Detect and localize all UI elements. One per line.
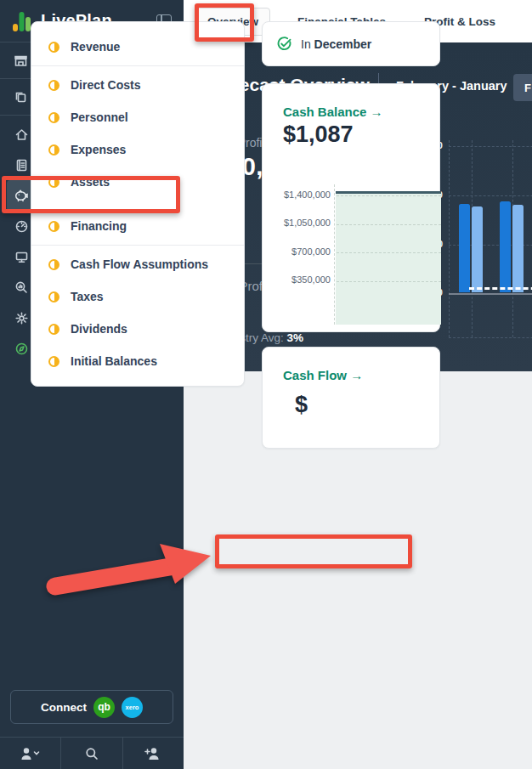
gridline (337, 281, 441, 282)
half-circle-icon (48, 80, 59, 91)
cash-balance-title[interactable]: Cash Balance → (283, 105, 383, 119)
quickbooks-icon: qb (93, 697, 115, 718)
home-icon (14, 127, 29, 142)
gauge-icon (14, 218, 29, 234)
category-label: Revenue (71, 40, 120, 54)
cash-balance-card[interactable]: Cash Balance → $1,087 $1,400,000 $1,050,… (262, 83, 440, 332)
category-list: RevenueDirect CostsPersonnelExpensesAsse… (31, 31, 244, 377)
divider (31, 65, 244, 66)
category-label: Assets (71, 175, 110, 189)
add-user-icon (144, 747, 162, 761)
forecast-categories-card: RevenueDirect CostsPersonnelExpensesAsse… (31, 21, 245, 387)
half-circle-icon (48, 221, 59, 232)
y-axis-tick: $350,000 (263, 274, 331, 285)
bar-series-dark-blue (500, 201, 511, 292)
dashed-reference-line (469, 287, 532, 290)
y-axis-tick: $1,400,000 (263, 189, 331, 200)
category-item-direct-costs[interactable]: Direct Costs (31, 69, 244, 101)
category-label: Financing (71, 219, 127, 233)
search-button[interactable] (61, 738, 122, 769)
half-circle-icon (48, 144, 59, 155)
net-profit-bar-chart (449, 140, 532, 338)
bar-series-light-blue (512, 205, 524, 292)
gridline (449, 140, 450, 337)
category-label: Expenses (71, 143, 126, 156)
half-circle-icon (48, 42, 59, 53)
fiscal-year-dropdown[interactable]: F (513, 74, 532, 101)
category-item-revenue[interactable]: Revenue (31, 31, 244, 63)
half-circle-icon (48, 291, 59, 303)
cash-flow-value: $ (295, 392, 308, 418)
magnifier-chart-icon (14, 280, 29, 295)
cash-flow-card[interactable]: Cash Flow → $ (262, 347, 440, 449)
sidebar-bottom-bar (0, 737, 184, 769)
category-item-expenses[interactable]: Expenses (31, 133, 244, 166)
industry-avg-value: 3% (287, 331, 304, 344)
gridline (449, 195, 532, 196)
category-label: Initial Balances (71, 354, 157, 368)
cash-balance-value: $1,087 (283, 122, 354, 148)
check-circle-icon (276, 36, 292, 52)
notebook-icon (14, 157, 29, 172)
category-item-assets[interactable]: Assets (31, 166, 244, 198)
half-circle-icon (48, 177, 59, 188)
category-label: Cash Flow Assumptions (71, 257, 208, 271)
compass-icon (14, 341, 29, 356)
gridline (337, 224, 441, 225)
category-label: Direct Costs (71, 78, 140, 92)
y-axis-tick: $1,050,000 (263, 218, 331, 228)
account-menu-button[interactable] (0, 738, 61, 769)
category-item-initial-balances[interactable]: Initial Balances (31, 345, 244, 377)
category-item-personnel[interactable]: Personnel (31, 101, 244, 133)
category-item-dividends[interactable]: Dividends (31, 313, 244, 345)
gridline (337, 195, 441, 196)
cash-flow-title[interactable]: Cash Flow → (283, 368, 363, 382)
half-circle-icon (48, 259, 59, 270)
gridline (337, 252, 441, 253)
storefront-icon (14, 54, 28, 68)
category-item-financing[interactable]: Financing (31, 210, 244, 242)
bar-series-dark-blue (459, 204, 470, 292)
cash-balance-area-chart (334, 184, 441, 325)
category-label: Dividends (71, 322, 127, 336)
category-item-cash-flow-assumptions[interactable]: Cash Flow Assumptions (31, 248, 244, 280)
gear-icon (14, 310, 29, 325)
half-circle-icon (48, 112, 59, 123)
category-item-taxes[interactable]: Taxes (31, 280, 244, 313)
connect-accounting-button[interactable]: Connect qb xero (10, 690, 173, 724)
monitor-icon (14, 249, 29, 264)
invite-user-button[interactable] (123, 738, 184, 769)
connect-label: Connect (41, 701, 87, 714)
xero-icon: xero (122, 697, 143, 718)
gridline (449, 146, 532, 147)
category-label: Personnel (71, 110, 128, 124)
liveplan-app: LivePlan Garretts Bike Shop 2025 › Origi… (0, 0, 532, 769)
divider (31, 245, 244, 246)
tab-balance-sheet[interactable]: Balance Sheet (523, 8, 532, 35)
search-icon (85, 747, 99, 761)
area-fill (336, 191, 441, 325)
half-circle-icon (48, 356, 59, 367)
status-text: In December (301, 37, 371, 51)
zero-axis-line (449, 293, 532, 295)
piggy-bank-icon (14, 188, 29, 203)
category-label: Taxes (71, 290, 104, 303)
status-card[interactable]: In December (262, 21, 440, 66)
half-circle-icon (48, 324, 59, 335)
chevron-down-icon (34, 752, 38, 755)
copy-pages-icon (14, 90, 28, 105)
y-axis-tick: $700,000 (263, 246, 331, 257)
bar-series-light-blue (472, 206, 483, 292)
